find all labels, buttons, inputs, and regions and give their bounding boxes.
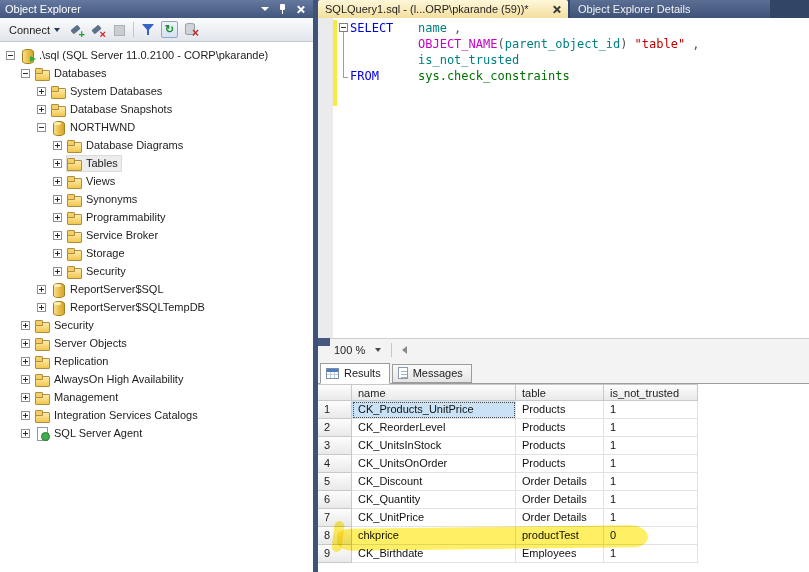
connect-button[interactable]: Connect <box>5 23 64 37</box>
expand-icon[interactable] <box>53 231 62 240</box>
expand-icon[interactable] <box>53 249 62 258</box>
pin-icon[interactable] <box>276 3 290 15</box>
expand-icon[interactable] <box>21 357 30 366</box>
tree-item-storage[interactable]: Storage <box>0 244 313 262</box>
row-number[interactable]: 7 <box>318 509 352 527</box>
tree-item-security-db[interactable]: Security <box>0 262 313 280</box>
cell-name[interactable]: CK_UnitPrice <box>352 509 516 527</box>
row-number[interactable]: 8 <box>318 527 352 545</box>
disconnect-database-icon[interactable] <box>182 21 199 38</box>
tab-object-explorer-details[interactable]: Object Explorer Details <box>570 0 770 18</box>
tree-item-views[interactable]: Views <box>0 172 313 190</box>
grid-corner-cell[interactable] <box>318 384 352 401</box>
stop-icon[interactable] <box>110 21 127 38</box>
cell-is-not-trusted[interactable]: 1 <box>604 473 698 491</box>
expand-icon[interactable] <box>37 303 46 312</box>
expand-icon[interactable] <box>21 375 30 384</box>
cell-table[interactable]: Employees <box>516 545 604 563</box>
collapse-icon[interactable] <box>37 123 46 132</box>
tree-item-northwnd[interactable]: NORTHWND <box>0 118 313 136</box>
cell-table[interactable]: Order Details <box>516 509 604 527</box>
cell-name[interactable]: CK_Quantity <box>352 491 516 509</box>
expand-icon[interactable] <box>53 141 62 150</box>
row-number[interactable]: 2 <box>318 419 352 437</box>
close-icon[interactable] <box>552 5 561 14</box>
tree-item-reportserver-sqltempdb[interactable]: ReportServer$SQLTempDB <box>0 298 313 316</box>
cell-name[interactable]: CK_Birthdate <box>352 545 516 563</box>
expand-icon[interactable] <box>53 213 62 222</box>
expand-icon[interactable] <box>21 321 30 330</box>
cell-table[interactable]: Products <box>516 401 604 419</box>
refresh-icon[interactable] <box>161 21 178 38</box>
cell-is-not-trusted[interactable]: 1 <box>604 437 698 455</box>
tree-item-system-databases[interactable]: System Databases <box>0 82 313 100</box>
column-header-table[interactable]: table <box>516 384 604 401</box>
cell-table[interactable]: Products <box>516 419 604 437</box>
collapse-icon[interactable] <box>21 69 30 78</box>
row-number[interactable]: 4 <box>318 455 352 473</box>
tree-item-synonyms[interactable]: Synonyms <box>0 190 313 208</box>
scroll-left-arrow-icon[interactable] <box>402 346 407 354</box>
disconnect-icon[interactable] <box>89 21 106 38</box>
cell-name[interactable]: CK_Products_UnitPrice <box>352 401 516 419</box>
tree-item-programmability[interactable]: Programmability <box>0 208 313 226</box>
expand-icon[interactable] <box>37 87 46 96</box>
cell-is-not-trusted[interactable]: 1 <box>604 545 698 563</box>
expand-icon[interactable] <box>53 177 62 186</box>
row-number[interactable]: 9 <box>318 545 352 563</box>
row-number[interactable]: 1 <box>318 401 352 419</box>
cell-table[interactable]: Order Details <box>516 491 604 509</box>
tree-item-tables[interactable]: Tables <box>0 154 313 172</box>
tree-item-integration-services-catalogs[interactable]: Integration Services Catalogs <box>0 406 313 424</box>
tree-item-database-diagrams[interactable]: Database Diagrams <box>0 136 313 154</box>
sql-code[interactable]: SELECTname, OBJECT_NAME(parent_object_id… <box>350 20 699 84</box>
tree-item-security-server[interactable]: Security <box>0 316 313 334</box>
cell-name[interactable]: CK_ReorderLevel <box>352 419 516 437</box>
cell-table[interactable]: Order Details <box>516 473 604 491</box>
tab-sqlquery1[interactable]: SQLQuery1.sql - (l...ORP\pkarande (59))* <box>318 0 568 18</box>
column-header-name[interactable]: name <box>352 384 516 401</box>
expand-icon[interactable] <box>37 105 46 114</box>
cell-is-not-trusted[interactable]: 1 <box>604 491 698 509</box>
chevron-down-icon[interactable] <box>258 3 272 15</box>
cell-table[interactable]: Products <box>516 455 604 473</box>
expand-icon[interactable] <box>21 429 30 438</box>
cell-name[interactable]: CK_UnitsInStock <box>352 437 516 455</box>
code-fold-collapse-icon[interactable] <box>339 23 348 32</box>
row-number[interactable]: 6 <box>318 491 352 509</box>
row-number[interactable]: 5 <box>318 473 352 491</box>
cell-table[interactable]: Products <box>516 437 604 455</box>
cell-name[interactable]: chkprice <box>352 527 516 545</box>
sql-editor[interactable]: SELECTname, OBJECT_NAME(parent_object_id… <box>318 18 809 338</box>
cell-name[interactable]: CK_UnitsOnOrder <box>352 455 516 473</box>
cell-is-not-trusted[interactable]: 1 <box>604 509 698 527</box>
collapse-icon[interactable] <box>6 51 15 60</box>
tree-item-reportserver-sql[interactable]: ReportServer$SQL <box>0 280 313 298</box>
expand-icon[interactable] <box>53 159 62 168</box>
cell-is-not-trusted[interactable]: 0 <box>604 527 698 545</box>
cell-is-not-trusted[interactable]: 1 <box>604 419 698 437</box>
row-number[interactable]: 3 <box>318 437 352 455</box>
expand-icon[interactable] <box>21 411 30 420</box>
connect-icon[interactable] <box>68 21 85 38</box>
tree-item-replication[interactable]: Replication <box>0 352 313 370</box>
tree-item-database-snapshots[interactable]: Database Snapshots <box>0 100 313 118</box>
cell-is-not-trusted[interactable]: 1 <box>604 401 698 419</box>
tree-item-sql-server-agent[interactable]: SQL Server Agent <box>0 424 313 442</box>
expand-icon[interactable] <box>37 285 46 294</box>
expand-icon[interactable] <box>21 393 30 402</box>
close-icon[interactable] <box>294 3 308 15</box>
splitter-grip[interactable] <box>318 338 330 346</box>
column-header-is-not-trusted[interactable]: is_not_trusted <box>604 384 698 401</box>
tree-item-sql-server-root[interactable]: .\sql (SQL Server 11.0.2100 - CORP\pkara… <box>0 46 313 64</box>
expand-icon[interactable] <box>53 195 62 204</box>
tree-item-server-objects[interactable]: Server Objects <box>0 334 313 352</box>
expand-icon[interactable] <box>53 267 62 276</box>
tree-item-alwayson-high-availability[interactable]: AlwaysOn High Availability <box>0 370 313 388</box>
tree-item-databases[interactable]: Databases <box>0 64 313 82</box>
expand-icon[interactable] <box>21 339 30 348</box>
cell-name[interactable]: CK_Discount <box>352 473 516 491</box>
tab-results[interactable]: Results <box>320 363 390 384</box>
tree-item-service-broker[interactable]: Service Broker <box>0 226 313 244</box>
tab-messages[interactable]: Messages <box>392 364 472 383</box>
